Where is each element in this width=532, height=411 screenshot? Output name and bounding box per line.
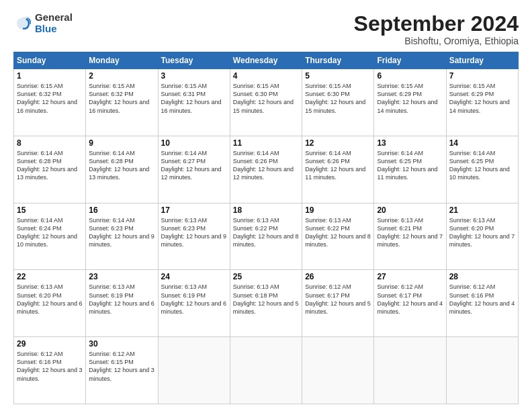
calendar-cell: 27Sunrise: 6:12 AMSunset: 6:17 PMDayligh… bbox=[374, 270, 446, 337]
day-number: 15 bbox=[17, 205, 83, 215]
calendar-week-row: 8Sunrise: 6:14 AMSunset: 6:28 PMDaylight… bbox=[14, 136, 519, 203]
calendar-cell: 4Sunrise: 6:15 AMSunset: 6:30 PMDaylight… bbox=[230, 69, 302, 136]
day-number: 4 bbox=[233, 71, 299, 81]
calendar-cell: 3Sunrise: 6:15 AMSunset: 6:31 PMDaylight… bbox=[158, 69, 230, 136]
day-info: Sunrise: 6:13 AMSunset: 6:19 PMDaylight:… bbox=[89, 283, 154, 316]
day-info: Sunrise: 6:12 AMSunset: 6:15 PMDaylight:… bbox=[89, 350, 154, 383]
logo-text: General Blue bbox=[35, 12, 73, 34]
calendar-cell: 9Sunrise: 6:14 AMSunset: 6:28 PMDaylight… bbox=[86, 136, 158, 203]
day-info: Sunrise: 6:12 AMSunset: 6:17 PMDaylight:… bbox=[305, 283, 371, 316]
day-number: 27 bbox=[377, 272, 443, 281]
calendar-cell bbox=[158, 337, 230, 404]
day-number: 14 bbox=[449, 138, 515, 148]
calendar-cell: 18Sunrise: 6:13 AMSunset: 6:22 PMDayligh… bbox=[230, 203, 302, 270]
calendar-cell: 19Sunrise: 6:13 AMSunset: 6:22 PMDayligh… bbox=[302, 203, 374, 270]
header-wednesday: Wednesday bbox=[230, 52, 302, 69]
header-saturday: Saturday bbox=[446, 52, 518, 69]
day-info: Sunrise: 6:15 AMSunset: 6:29 PMDaylight:… bbox=[449, 82, 515, 115]
day-number: 6 bbox=[377, 71, 443, 81]
calendar-week-row: 22Sunrise: 6:13 AMSunset: 6:20 PMDayligh… bbox=[14, 270, 519, 337]
calendar-week-row: 15Sunrise: 6:14 AMSunset: 6:24 PMDayligh… bbox=[14, 203, 519, 270]
day-number: 28 bbox=[449, 272, 515, 281]
day-info: Sunrise: 6:13 AMSunset: 6:22 PMDaylight:… bbox=[233, 216, 299, 249]
calendar-table: Sunday Monday Tuesday Wednesday Thursday… bbox=[13, 52, 519, 404]
title-block: September 2024 Bishoftu, Oromiya, Ethiop… bbox=[354, 12, 519, 46]
calendar-cell: 2Sunrise: 6:15 AMSunset: 6:32 PMDaylight… bbox=[86, 69, 158, 136]
page: General Blue September 2024 Bishoftu, Or… bbox=[0, 0, 532, 411]
day-number: 23 bbox=[89, 272, 154, 281]
day-info: Sunrise: 6:12 AMSunset: 6:17 PMDaylight:… bbox=[377, 283, 443, 316]
day-info: Sunrise: 6:12 AMSunset: 6:16 PMDaylight:… bbox=[449, 283, 515, 316]
calendar-cell bbox=[302, 337, 374, 404]
calendar-cell: 16Sunrise: 6:14 AMSunset: 6:23 PMDayligh… bbox=[86, 203, 158, 270]
day-info: Sunrise: 6:14 AMSunset: 6:25 PMDaylight:… bbox=[377, 149, 443, 182]
day-number: 10 bbox=[161, 138, 227, 148]
day-info: Sunrise: 6:14 AMSunset: 6:27 PMDaylight:… bbox=[161, 149, 227, 182]
day-number: 30 bbox=[89, 339, 154, 349]
day-number: 21 bbox=[449, 205, 515, 215]
day-info: Sunrise: 6:14 AMSunset: 6:25 PMDaylight:… bbox=[449, 149, 515, 182]
calendar-body: 1Sunrise: 6:15 AMSunset: 6:32 PMDaylight… bbox=[14, 69, 519, 404]
day-info: Sunrise: 6:15 AMSunset: 6:29 PMDaylight:… bbox=[377, 82, 443, 115]
day-info: Sunrise: 6:12 AMSunset: 6:16 PMDaylight:… bbox=[17, 350, 83, 383]
calendar-cell: 24Sunrise: 6:13 AMSunset: 6:19 PMDayligh… bbox=[158, 270, 230, 337]
day-number: 17 bbox=[161, 205, 227, 215]
header-tuesday: Tuesday bbox=[158, 52, 230, 69]
calendar-cell bbox=[446, 337, 518, 404]
day-info: Sunrise: 6:13 AMSunset: 6:23 PMDaylight:… bbox=[161, 216, 227, 249]
day-number: 13 bbox=[377, 138, 443, 148]
calendar-cell: 17Sunrise: 6:13 AMSunset: 6:23 PMDayligh… bbox=[158, 203, 230, 270]
header-friday: Friday bbox=[374, 52, 446, 69]
day-number: 12 bbox=[305, 138, 371, 148]
day-info: Sunrise: 6:13 AMSunset: 6:18 PMDaylight:… bbox=[233, 283, 299, 316]
logo-general: General bbox=[35, 12, 73, 24]
day-number: 2 bbox=[89, 71, 154, 81]
day-number: 24 bbox=[161, 272, 227, 281]
day-info: Sunrise: 6:14 AMSunset: 6:28 PMDaylight:… bbox=[17, 149, 83, 182]
day-number: 7 bbox=[449, 71, 515, 81]
calendar-cell: 30Sunrise: 6:12 AMSunset: 6:15 PMDayligh… bbox=[86, 337, 158, 404]
day-number: 16 bbox=[89, 205, 154, 215]
header-monday: Monday bbox=[86, 52, 158, 69]
day-number: 1 bbox=[17, 71, 83, 81]
calendar-cell: 8Sunrise: 6:14 AMSunset: 6:28 PMDaylight… bbox=[14, 136, 86, 203]
calendar-cell: 15Sunrise: 6:14 AMSunset: 6:24 PMDayligh… bbox=[14, 203, 86, 270]
calendar-cell: 28Sunrise: 6:12 AMSunset: 6:16 PMDayligh… bbox=[446, 270, 518, 337]
day-info: Sunrise: 6:14 AMSunset: 6:23 PMDaylight:… bbox=[89, 216, 154, 249]
day-number: 26 bbox=[305, 272, 371, 281]
day-number: 25 bbox=[233, 272, 299, 281]
header: General Blue September 2024 Bishoftu, Or… bbox=[13, 12, 519, 46]
calendar-cell: 7Sunrise: 6:15 AMSunset: 6:29 PMDaylight… bbox=[446, 69, 518, 136]
day-number: 22 bbox=[17, 272, 83, 281]
day-number: 18 bbox=[233, 205, 299, 215]
day-info: Sunrise: 6:14 AMSunset: 6:28 PMDaylight:… bbox=[89, 149, 154, 182]
day-info: Sunrise: 6:13 AMSunset: 6:19 PMDaylight:… bbox=[161, 283, 227, 316]
day-info: Sunrise: 6:14 AMSunset: 6:24 PMDaylight:… bbox=[17, 216, 83, 249]
day-info: Sunrise: 6:13 AMSunset: 6:20 PMDaylight:… bbox=[449, 216, 515, 249]
day-info: Sunrise: 6:15 AMSunset: 6:30 PMDaylight:… bbox=[233, 82, 299, 115]
day-info: Sunrise: 6:14 AMSunset: 6:26 PMDaylight:… bbox=[305, 149, 371, 182]
calendar-cell: 10Sunrise: 6:14 AMSunset: 6:27 PMDayligh… bbox=[158, 136, 230, 203]
day-number: 3 bbox=[161, 71, 227, 81]
calendar-cell: 21Sunrise: 6:13 AMSunset: 6:20 PMDayligh… bbox=[446, 203, 518, 270]
day-info: Sunrise: 6:15 AMSunset: 6:32 PMDaylight:… bbox=[89, 82, 154, 115]
calendar-cell: 11Sunrise: 6:14 AMSunset: 6:26 PMDayligh… bbox=[230, 136, 302, 203]
calendar-cell bbox=[374, 337, 446, 404]
calendar-cell: 6Sunrise: 6:15 AMSunset: 6:29 PMDaylight… bbox=[374, 69, 446, 136]
logo: General Blue bbox=[13, 12, 73, 34]
calendar-week-row: 1Sunrise: 6:15 AMSunset: 6:32 PMDaylight… bbox=[14, 69, 519, 136]
calendar-cell: 13Sunrise: 6:14 AMSunset: 6:25 PMDayligh… bbox=[374, 136, 446, 203]
location: Bishoftu, Oromiya, Ethiopia bbox=[354, 36, 519, 46]
calendar-cell: 26Sunrise: 6:12 AMSunset: 6:17 PMDayligh… bbox=[302, 270, 374, 337]
day-info: Sunrise: 6:14 AMSunset: 6:26 PMDaylight:… bbox=[233, 149, 299, 182]
calendar-cell: 14Sunrise: 6:14 AMSunset: 6:25 PMDayligh… bbox=[446, 136, 518, 203]
day-number: 29 bbox=[17, 339, 83, 349]
calendar-cell: 25Sunrise: 6:13 AMSunset: 6:18 PMDayligh… bbox=[230, 270, 302, 337]
day-info: Sunrise: 6:13 AMSunset: 6:20 PMDaylight:… bbox=[17, 283, 83, 316]
day-number: 19 bbox=[305, 205, 371, 215]
day-info: Sunrise: 6:15 AMSunset: 6:31 PMDaylight:… bbox=[161, 82, 227, 115]
calendar-cell bbox=[230, 337, 302, 404]
calendar-cell: 5Sunrise: 6:15 AMSunset: 6:30 PMDaylight… bbox=[302, 69, 374, 136]
day-number: 8 bbox=[17, 138, 83, 148]
day-info: Sunrise: 6:15 AMSunset: 6:30 PMDaylight:… bbox=[305, 82, 371, 115]
